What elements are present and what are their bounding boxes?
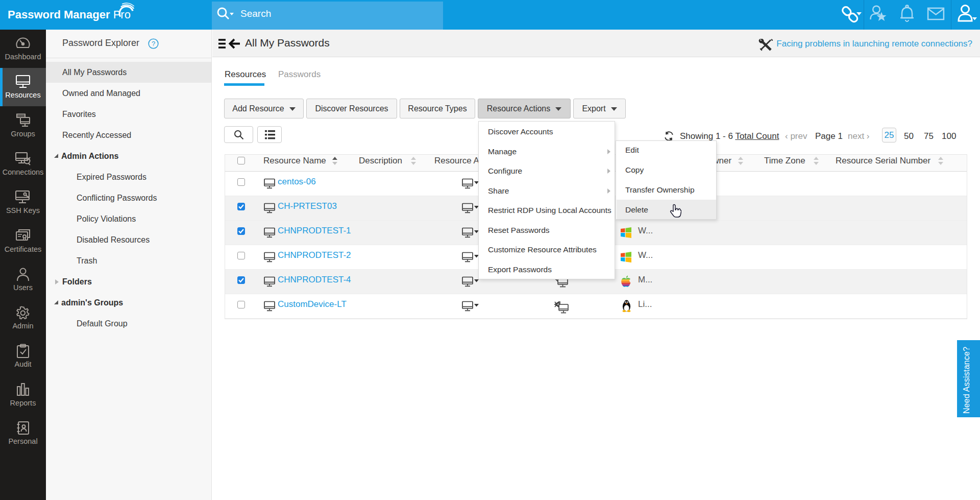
svg-text:?: ?: [152, 40, 155, 47]
